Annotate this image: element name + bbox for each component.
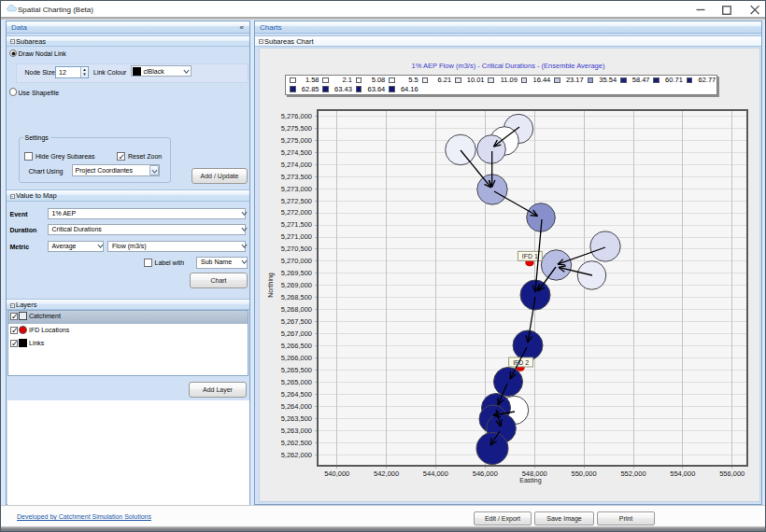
svg-text:IFD 2: IFD 2 [513,359,529,366]
svg-text:IFD 1: IFD 1 [522,253,538,259]
